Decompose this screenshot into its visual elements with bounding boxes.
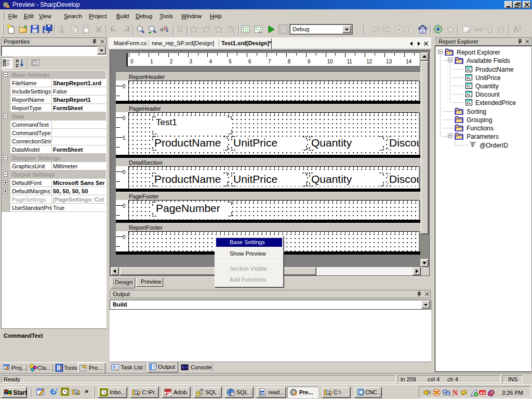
- svg-text:C:\: C:\: [182, 366, 188, 369]
- svg-text:W: W: [261, 391, 264, 395]
- svg-text:N: N: [453, 389, 458, 396]
- svg-text:R: R: [164, 26, 167, 32]
- svg-text:a: a: [160, 26, 164, 32]
- svg-text:Z: Z: [16, 63, 19, 68]
- svg-text:ATI: ATI: [480, 391, 486, 395]
